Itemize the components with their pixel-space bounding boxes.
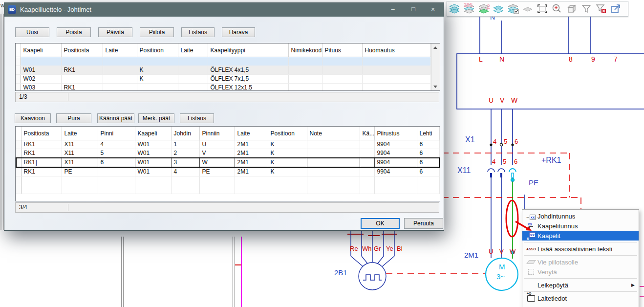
cell[interactable] <box>288 84 322 91</box>
table-row[interactable] <box>16 185 439 194</box>
cell[interactable] <box>171 176 199 185</box>
button-listaus[interactable]: Listaus <box>180 113 214 123</box>
cell[interactable] <box>178 66 208 75</box>
cell[interactable]: W01 <box>21 66 61 75</box>
cell[interactable]: 9904 <box>374 158 417 167</box>
button-uusi[interactable]: Uusi <box>15 27 49 37</box>
cell[interactable] <box>360 149 374 158</box>
menu-item-kaapelitunnus[interactable]: xxKaapelitunnus <box>522 221 639 231</box>
layers-cyan-icon[interactable] <box>492 2 505 15</box>
button-listaus[interactable]: Listaus <box>181 27 215 37</box>
cell[interactable]: W01 <box>135 149 171 158</box>
cell[interactable] <box>288 66 322 75</box>
cell[interactable] <box>322 57 362 66</box>
cell[interactable]: 6 <box>417 140 439 149</box>
column-header[interactable]: Note <box>307 127 360 140</box>
cell[interactable]: K <box>268 140 307 149</box>
cell[interactable]: 2 <box>171 149 199 158</box>
menu-item-lis-assosiatiivinen-teksti[interactable]: ASSOLisää assosiatiivinen teksti <box>522 244 639 254</box>
cell[interactable] <box>103 75 137 84</box>
column-header[interactable]: Laite <box>235 127 268 140</box>
cell[interactable]: W <box>199 158 235 167</box>
cell[interactable] <box>360 140 374 149</box>
cell[interactable] <box>135 185 171 194</box>
cell[interactable] <box>360 158 374 167</box>
cell[interactable] <box>374 185 417 194</box>
cancel-button[interactable]: Peruuta <box>404 218 443 229</box>
zoom-window-icon[interactable] <box>536 2 549 15</box>
cell[interactable] <box>362 84 430 91</box>
row-selector[interactable] <box>16 158 21 167</box>
cell[interactable]: RK1 <box>21 149 62 158</box>
cell[interactable]: W01 <box>135 140 171 149</box>
close-button[interactable]: × <box>425 3 441 17</box>
cell[interactable]: U <box>199 140 235 149</box>
cell[interactable] <box>417 185 439 194</box>
cell[interactable]: K <box>137 66 178 75</box>
cell[interactable] <box>362 75 430 84</box>
cell[interactable]: K <box>137 75 178 84</box>
column-header[interactable]: Kaapeli <box>21 44 61 57</box>
cell[interactable] <box>137 84 178 91</box>
filter-icon[interactable] <box>580 2 593 15</box>
cell[interactable] <box>98 167 135 176</box>
cell[interactable]: PE <box>62 167 98 176</box>
row-selector[interactable] <box>16 167 21 176</box>
table-row[interactable]: W02KÖLFLEX 7x1,5 <box>16 75 430 84</box>
cell[interactable] <box>362 57 430 66</box>
cell[interactable]: 2M1 <box>235 149 268 158</box>
cell[interactable]: ÖLFLEX 7x1,5 <box>208 75 288 84</box>
menu-item-johdintunnus[interactable]: xxJohdintunnus <box>522 211 639 221</box>
cell[interactable]: 6 <box>417 167 439 176</box>
column-header[interactable]: Johdin <box>171 127 199 140</box>
cell[interactable]: 3 <box>171 158 199 167</box>
cell[interactable]: RK1 <box>61 84 103 91</box>
cell[interactable]: V <box>199 149 235 158</box>
cell[interactable] <box>178 84 208 91</box>
cell[interactable]: X11 <box>62 158 98 167</box>
filter-remove-icon[interactable] <box>595 2 607 15</box>
cell[interactable]: ÖLFLEX 12x1.5 <box>208 84 288 91</box>
cell[interactable]: K <box>268 167 307 176</box>
layers-265-icon[interactable]: 265 <box>463 2 475 15</box>
cell[interactable] <box>307 176 360 185</box>
row-selector[interactable] <box>16 176 21 185</box>
menu-item-laitetiedot[interactable]: +OLaitetiedot <box>522 293 639 303</box>
column-header[interactable]: Nimikekoodi <box>288 44 322 57</box>
cell[interactable] <box>21 185 62 194</box>
cell[interactable] <box>103 66 137 75</box>
cell[interactable] <box>62 176 98 185</box>
row-selector[interactable] <box>16 75 21 84</box>
table-row[interactable]: RK1PEW014PE2M1K99046 <box>16 167 439 176</box>
column-header[interactable]: Pinni <box>98 127 135 140</box>
maximize-button[interactable]: □ <box>406 3 421 17</box>
cell[interactable]: 2M1 <box>235 158 268 167</box>
table-row[interactable]: W01RK1KÖLFLEX 4x1,5 <box>16 66 430 75</box>
cell[interactable]: X11 <box>62 140 98 149</box>
cell[interactable]: K <box>268 158 307 167</box>
cell[interactable] <box>199 176 235 185</box>
cell[interactable] <box>268 176 307 185</box>
dialog-titlebar[interactable]: ED Kaapeliluettelo - Johtimet – □ × <box>4 3 444 17</box>
button-piilota[interactable]: Piilota <box>140 27 174 37</box>
menu-item-kaapelit[interactable]: RxxKaapelit <box>522 231 639 241</box>
table-row[interactable] <box>16 57 430 66</box>
cell[interactable] <box>322 84 362 91</box>
cell[interactable]: 4 <box>171 167 199 176</box>
cell[interactable] <box>61 57 103 66</box>
cable-table-scrollbar[interactable] <box>431 44 440 90</box>
cell[interactable]: RK1 <box>21 140 62 149</box>
cell[interactable] <box>360 185 374 194</box>
button-k-nn-p-t[interactable]: Käännä päät <box>97 113 134 123</box>
cell[interactable]: W03 <box>21 84 61 91</box>
cell[interactable] <box>362 66 430 75</box>
cell[interactable] <box>235 185 268 194</box>
cell[interactable] <box>360 176 374 185</box>
cell[interactable] <box>417 176 439 185</box>
layers-checked-icon[interactable] <box>507 2 519 15</box>
cell[interactable] <box>98 185 135 194</box>
cell[interactable]: W01 <box>135 167 171 176</box>
table-row[interactable]: RK1X115W012V2M1K99046 <box>16 149 439 158</box>
cell[interactable] <box>307 158 360 167</box>
export-view-icon[interactable] <box>609 2 622 15</box>
